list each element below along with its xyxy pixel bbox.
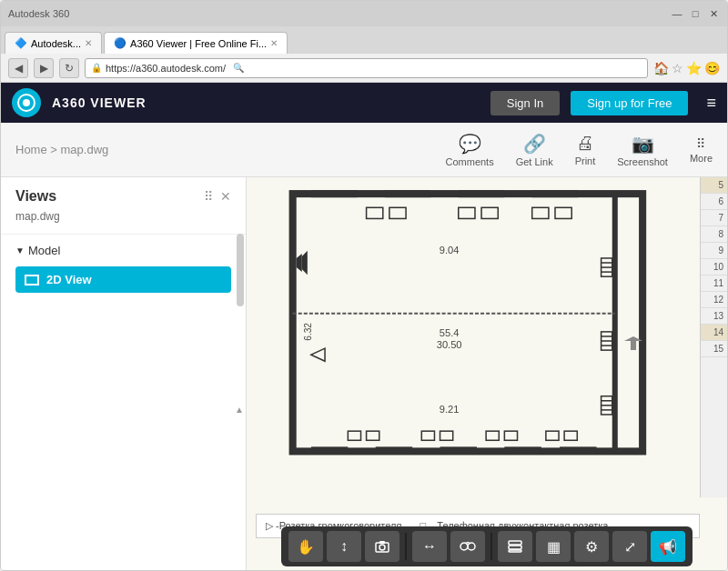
2d-view-icon [25, 275, 39, 286]
app-header: A360 VIEWER Sign In Sign up for Free ≡ [1, 83, 727, 123]
get-link-action[interactable]: 🔗 Get Link [516, 133, 553, 167]
tab-autodesk[interactable]: 🔷 Autodesk... ✕ [5, 32, 102, 54]
sidebar-divider [1, 234, 246, 235]
bookmark-buttons: 🏠 ☆ ⭐ 😊 [653, 61, 720, 75]
get-link-label: Get Link [516, 156, 553, 167]
svg-rect-11 [504, 446, 541, 454]
floor-plan-svg: 9.04 55.4 30.50 9.21 6.32 [254, 185, 700, 497]
measure-button[interactable]: ↔ [412, 531, 447, 562]
sidebar-filename: map.dwg [1, 210, 246, 230]
sidebar-2d-view-item[interactable]: 2D View [15, 266, 231, 293]
svg-text:55.4: 55.4 [440, 327, 460, 338]
pan-button[interactable]: ✋ [288, 531, 323, 562]
row-num-5: 5 [701, 177, 727, 194]
maximize-button[interactable]: □ [689, 7, 702, 20]
svg-rect-4 [311, 190, 358, 197]
section-button[interactable] [450, 531, 485, 562]
tab-close-icon[interactable]: ✕ [85, 38, 92, 48]
comments-icon: 💬 [459, 133, 481, 155]
settings-button[interactable]: ⚙ [574, 531, 609, 562]
lock-icon: 🔒 [91, 63, 102, 73]
tab-active-close-icon[interactable]: ✕ [270, 38, 278, 48]
sidebar-model-section: Model [1, 238, 246, 263]
sidebar-scroll-up[interactable]: ▲ [235, 405, 244, 415]
more-action[interactable]: ⠿ More [690, 136, 713, 164]
star-filled-icon[interactable]: ⭐ [686, 61, 702, 75]
camera-button[interactable] [365, 531, 399, 562]
speaker-button[interactable]: 📢 [651, 531, 685, 562]
sidebar-controls: ⠿ ✕ [204, 189, 231, 204]
sidebar-header: Views ⠿ ✕ [1, 177, 246, 210]
orbit-button[interactable]: ↕ [327, 531, 361, 562]
row-num-7: 7 [701, 210, 727, 226]
address-input[interactable]: 🔒 https://a360.autodesk.com/ 🔍 [85, 58, 648, 78]
row-num-9: 9 [701, 243, 727, 259]
svg-rect-8 [311, 446, 348, 454]
sidebar-model-label[interactable]: Model [15, 244, 231, 257]
svg-text:9.21: 9.21 [440, 404, 460, 415]
main-area: Views ⠿ ✕ map.dwg Model 2D View ▲ [1, 177, 727, 570]
sidebar-drag-icon: ⠿ [204, 189, 213, 204]
logo-icon [17, 94, 35, 112]
menu-icon[interactable]: ≡ [706, 94, 716, 113]
app-title: A360 VIEWER [52, 95, 480, 110]
title-bar-controls: — □ ✕ [671, 7, 720, 20]
row-numbers: 5 6 7 8 9 10 11 12 13 14 15 [700, 177, 727, 497]
title-bar: Autodesk 360 — □ ✕ [1, 1, 727, 26]
print-action[interactable]: 🖨 Print [575, 133, 596, 166]
reload-button[interactable]: ↻ [59, 58, 79, 78]
app-content: A360 VIEWER Sign In Sign up for Free ≡ H… [1, 83, 727, 570]
breadcrumb-home[interactable]: Home [15, 143, 47, 156]
comments-label: Comments [446, 156, 494, 167]
url-text: https://a360.autodesk.com/ [106, 63, 226, 74]
fullscreen-button[interactable]: ⤢ [612, 531, 647, 562]
tab-label: Autodesk... [31, 38, 81, 49]
screenshot-icon: 📷 [632, 133, 654, 155]
svg-text:30.50: 30.50 [437, 339, 462, 350]
layers-button[interactable] [498, 531, 532, 562]
tab-active-label: A360 Viewer | Free Online Fi... [130, 38, 267, 49]
svg-rect-12 [560, 446, 596, 454]
more-icon: ⠿ [696, 136, 706, 151]
breadcrumb-file: map.dwg [61, 143, 109, 156]
svg-text:9.04: 9.04 [440, 245, 460, 255]
star-icon[interactable]: ☆ [672, 61, 683, 75]
tab-a360viewer[interactable]: 🔵 A360 Viewer | Free Online Fi... ✕ [104, 32, 288, 54]
breadcrumb-separator: > [50, 143, 60, 156]
svg-rect-7 [532, 190, 579, 197]
screenshot-label: Screenshot [617, 156, 668, 167]
sidebar-scrollbar[interactable] [237, 234, 244, 306]
svg-rect-50 [379, 541, 385, 544]
comments-action[interactable]: 💬 Comments [446, 133, 494, 167]
sign-up-button[interactable]: Sign up for Free [571, 91, 688, 115]
browser-window: Autodesk 360 — □ ✕ 🔷 Autodesk... ✕ 🔵 A36… [0, 0, 728, 571]
tab-active-favicon: 🔵 [114, 37, 126, 49]
minimize-button[interactable]: — [671, 7, 683, 20]
svg-point-51 [460, 543, 468, 550]
home-icon[interactable]: 🏠 [653, 61, 669, 75]
forward-button[interactable]: ▶ [34, 58, 54, 78]
link-icon: 🔗 [523, 133, 546, 155]
svg-rect-53 [509, 541, 521, 545]
svg-rect-54 [509, 546, 521, 549]
sidebar-close-icon[interactable]: ✕ [220, 189, 231, 204]
viewer-area[interactable]: 9.04 55.4 30.50 9.21 6.32 [247, 177, 727, 570]
screenshot-action[interactable]: 📷 Screenshot [617, 133, 668, 167]
row-num-6: 6 [701, 194, 727, 210]
svg-text:6.32: 6.32 [303, 323, 313, 341]
views-button[interactable]: ▦ [536, 531, 571, 562]
address-search-icon: 🔍 [233, 63, 244, 73]
sidebar-title: Views [15, 188, 56, 205]
svg-rect-55 [509, 550, 521, 552]
row-num-8: 8 [701, 226, 727, 243]
tab-bar: 🔷 Autodesk... ✕ 🔵 A360 Viewer | Free Onl… [1, 26, 727, 54]
svg-rect-10 [440, 446, 477, 454]
back-button[interactable]: ◀ [8, 58, 28, 78]
breadcrumb: Home > map.dwg [15, 143, 446, 156]
toolbar-separator-2 [490, 533, 492, 560]
smiley-icon[interactable]: 😊 [704, 61, 720, 75]
sign-in-button[interactable]: Sign In [490, 91, 560, 115]
close-button[interactable]: ✕ [707, 7, 720, 20]
viewer-toolbar: ✋ ↕ ↔ ▦ ⚙ ⤢ � [281, 526, 693, 566]
row-num-14: 14 [701, 325, 727, 341]
